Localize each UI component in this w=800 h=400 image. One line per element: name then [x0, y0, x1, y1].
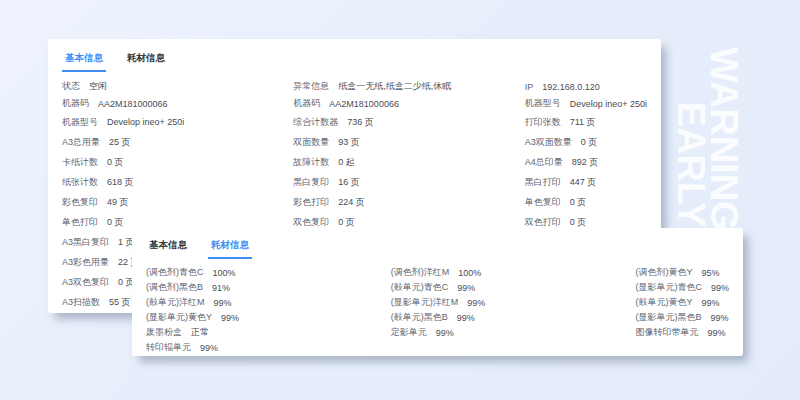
info-label: 转印辊单元: [146, 341, 191, 354]
info-value: 99%: [701, 298, 719, 308]
info-column: (调色剂)青色C100%(调色剂)黑色B91%(鼓单元)洋红M99%(显影单元)…: [146, 265, 391, 355]
info-row: 状态空闲: [62, 78, 293, 95]
tab-consumables-info[interactable]: 耗材信息: [124, 51, 168, 72]
info-label: 废墨粉盒: [146, 326, 182, 339]
info-label: A3扫描数: [62, 296, 100, 309]
info-value: Develop ineo+ 250i: [107, 117, 184, 127]
info-value: 25 页: [109, 136, 131, 149]
info-row: 黑白打印447 页: [525, 172, 647, 192]
info-row: 定影单元99%: [391, 325, 636, 340]
info-value: 99%: [711, 283, 729, 293]
tab-consumables-info[interactable]: 耗材信息: [208, 238, 252, 259]
info-label: A3双面数量: [525, 136, 572, 149]
info-value: 99%: [710, 313, 728, 323]
info-label: 彩色打印: [293, 196, 329, 209]
info-row: 卡纸计数0 页: [62, 152, 293, 172]
info-columns: (调色剂)青色C100%(调色剂)黑色B91%(鼓单元)洋红M99%(显影单元)…: [146, 265, 729, 355]
info-value: 0 起: [338, 156, 355, 169]
info-value: 99%: [214, 298, 232, 308]
info-row: 图像转印带单元99%: [635, 325, 729, 340]
info-row: 机器码AA2M181000066: [293, 95, 524, 112]
info-label: 机器码: [293, 97, 320, 110]
watermark: WARNING EARLY: [674, 47, 740, 227]
info-row: (鼓单元)黄色Y99%: [635, 295, 729, 310]
info-value: 736 页: [347, 116, 374, 129]
info-label: 状态: [62, 80, 80, 93]
info-row: 彩色打印224 页: [293, 192, 524, 212]
info-value: 100%: [213, 268, 236, 278]
info-value: 892 页: [572, 156, 599, 169]
info-row: 异常信息纸盒一无纸,纸盒二少纸,休眠: [293, 78, 524, 95]
info-row: (调色剂)黄色Y95%: [635, 265, 729, 280]
info-label: (显影单元)黄色Y: [146, 311, 212, 324]
info-label: (显影单元)青色C: [635, 281, 702, 294]
info-value: 16 页: [338, 176, 360, 189]
info-row: 单色复印0 页: [525, 192, 647, 212]
info-value: 0 页: [338, 216, 355, 229]
info-value: 95%: [701, 268, 719, 278]
info-label: 综合计数器: [293, 116, 338, 129]
info-value: 99%: [457, 313, 475, 323]
info-value: 0 页: [581, 136, 598, 149]
info-label: 机器型号: [525, 97, 561, 110]
info-row: IP192.168.0.120: [525, 78, 647, 95]
info-value: 纸盒一无纸,纸盒二少纸,休眠: [338, 80, 451, 93]
info-label: IP: [525, 82, 534, 92]
info-value: 99%: [200, 343, 218, 353]
info-label: 双色复印: [293, 216, 329, 229]
info-row: 黑白复印16 页: [293, 172, 524, 192]
info-value: 0 页: [570, 216, 587, 229]
info-row: 故障计数0 起: [293, 152, 524, 172]
info-row: 双面数量93 页: [293, 132, 524, 152]
info-label: 黑白复印: [293, 176, 329, 189]
info-label: A3双色复印: [62, 276, 109, 289]
info-label: 单色打印: [62, 216, 98, 229]
info-row: 转印辊单元99%: [146, 340, 391, 355]
info-value: 618 页: [107, 176, 134, 189]
info-value: 49 页: [107, 196, 129, 209]
info-row: A4总印量892 页: [525, 152, 647, 172]
info-label: A4总印量: [525, 156, 563, 169]
info-row: A3总用量25 页: [62, 132, 293, 152]
info-label: 定影单元: [391, 326, 427, 339]
info-row: 机器型号Develop ineo+ 250i: [62, 112, 293, 132]
consumables-info-card: 基本信息耗材信息 (调色剂)青色C100%(调色剂)黑色B91%(鼓单元)洋红M…: [132, 228, 743, 356]
info-label: 故障计数: [293, 156, 329, 169]
info-label: 机器码: [62, 97, 89, 110]
info-label: (鼓单元)黄色Y: [635, 296, 692, 309]
info-value: 正常: [191, 326, 209, 339]
info-label: (调色剂)青色C: [146, 266, 204, 279]
info-row: (鼓单元)青色C99%: [391, 280, 636, 295]
info-label: 图像转印带单元: [635, 326, 698, 339]
info-row: (调色剂)洋红M100%: [391, 265, 636, 280]
info-value: 0 页: [107, 216, 124, 229]
info-row: A3双面数量0 页: [525, 132, 647, 152]
info-label: 纸张计数: [62, 176, 98, 189]
desktop-background: WARNING EARLY 基本信息耗材信息 状态空闲机器码AA2M181000…: [0, 0, 800, 400]
info-column: (调色剂)黄色Y95%(显影单元)青色C99%(鼓单元)黄色Y99%(显影单元)…: [635, 265, 729, 355]
info-row: (鼓单元)洋红M99%: [146, 295, 391, 310]
info-value: 0 页: [570, 196, 587, 209]
info-label: 卡纸计数: [62, 156, 98, 169]
info-label: (鼓单元)黑色B: [391, 311, 448, 324]
info-value: 0 页: [107, 156, 124, 169]
tab-basic-info[interactable]: 基本信息: [146, 238, 190, 259]
info-label: A3黑白复印: [62, 236, 109, 249]
info-row: (调色剂)黑色B91%: [146, 280, 391, 295]
info-label: (调色剂)黑色B: [146, 281, 203, 294]
info-row: (调色剂)青色C100%: [146, 265, 391, 280]
info-value: 55 页: [109, 296, 131, 309]
info-value: 711 页: [570, 116, 596, 129]
tab-bar: 基本信息耗材信息: [146, 238, 729, 259]
tab-basic-info[interactable]: 基本信息: [62, 51, 106, 72]
info-label: (显影单元)黑色B: [635, 311, 701, 324]
info-label: A3总用量: [62, 136, 100, 149]
info-value: 99%: [457, 283, 475, 293]
info-value: 99%: [467, 298, 485, 308]
info-row: 打印张数711 页: [525, 112, 647, 132]
info-label: 黑白打印: [525, 176, 561, 189]
info-row: 纸张计数618 页: [62, 172, 293, 192]
info-row: (显影单元)青色C99%: [635, 280, 729, 295]
info-label: 机器型号: [62, 116, 98, 129]
tab-bar: 基本信息耗材信息: [62, 51, 647, 72]
